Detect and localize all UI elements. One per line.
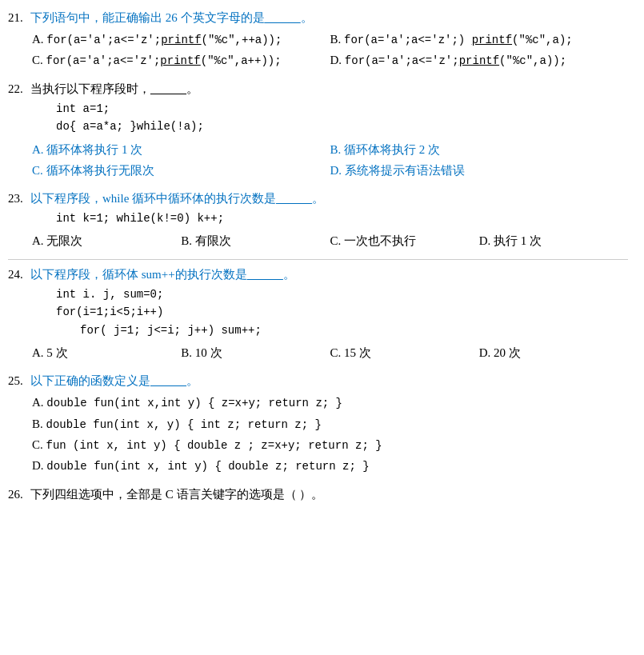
q21-optA: A. for(a='a';a<='z';printf("%c",++a)); bbox=[32, 29, 330, 50]
q21-optD: D. for(a='a';a<='z';printf("%c",a)); bbox=[330, 50, 629, 70]
q21-text: 下列语句中，能正确输出 26 个英文字母的是______。 bbox=[30, 8, 313, 27]
q23-optD: D. 执行 1 次 bbox=[479, 230, 628, 251]
q25-optD: D. double fun(int x, int y) { double z; … bbox=[32, 455, 628, 476]
q21-number: 21. bbox=[8, 8, 30, 27]
q24-optC: C. 15 次 bbox=[330, 342, 479, 363]
q21-blank: ______ bbox=[265, 8, 301, 27]
q23-blank: ______ bbox=[276, 189, 312, 208]
q22-number: 22. bbox=[8, 79, 30, 98]
q22-optD: D. 系统将提示有语法错误 bbox=[330, 160, 629, 181]
q23-optC: C. 一次也不执行 bbox=[330, 230, 479, 251]
q22-code: int a=1; do{ a=a*a; }while(!a); bbox=[56, 100, 628, 136]
q25-optC: C. fun (int x, int y) { double z ; z=x+y… bbox=[32, 434, 628, 455]
q23-optA: A. 无限次 bbox=[32, 230, 181, 251]
q21-optC: C. for(a='a';a<='z';printf("%c",a++)); bbox=[32, 50, 330, 70]
q24-blank: ______ bbox=[247, 265, 283, 284]
q23-text: 以下程序段，while 循环中循环体的执行次数是______。 bbox=[30, 189, 324, 208]
q25-text: 以下正确的函数定义是______。 bbox=[30, 371, 198, 390]
q24-optD: D. 20 次 bbox=[479, 342, 628, 363]
question-25: 25. 以下正确的函数定义是______。 A. double fun(int … bbox=[8, 371, 628, 477]
q24-optB: B. 10 次 bbox=[181, 342, 330, 363]
q24-text: 以下程序段，循环体 sum++的执行次数是______。 bbox=[30, 265, 295, 284]
q22-optA: A. 循环体将执行 1 次 bbox=[32, 139, 330, 160]
q24-number: 24. bbox=[8, 265, 30, 284]
q25-optB: B. double fun(int x, y) { int z; return … bbox=[32, 413, 628, 434]
question-23: 23. 以下程序段，while 循环中循环体的执行次数是______。 int … bbox=[8, 189, 628, 251]
q22-optB: B. 循环体将执行 2 次 bbox=[330, 139, 629, 160]
q22-optC: C. 循环体将执行无限次 bbox=[32, 160, 330, 181]
q22-blank: ______ bbox=[150, 79, 186, 98]
q22-text: 当执行以下程序段时，______。 bbox=[30, 79, 198, 98]
q25-blank: ______ bbox=[150, 371, 186, 390]
q21-optB: B. for(a='a';a<='z';) printf("%c",a); bbox=[330, 29, 629, 50]
question-21: 21. 下列语句中，能正确输出 26 个英文字母的是______。 A. for… bbox=[8, 8, 628, 71]
question-24: 24. 以下程序段，循环体 sum++的执行次数是______。 int i. … bbox=[8, 265, 628, 363]
q23-code: int k=1; while(k!=0) k++; bbox=[56, 210, 628, 227]
q26-text: 下列四组选项中，全部是 C 语言关键字的选项是（ ）。 bbox=[30, 485, 323, 504]
q23-optB: B. 有限次 bbox=[181, 230, 330, 251]
question-22: 22. 当执行以下程序段时，______。 int a=1; do{ a=a*a… bbox=[8, 79, 628, 181]
question-26: 26. 下列四组选项中，全部是 C 语言关键字的选项是（ ）。 bbox=[8, 485, 628, 504]
q23-number: 23. bbox=[8, 189, 30, 208]
q25-number: 25. bbox=[8, 371, 30, 390]
q24-optA: A. 5 次 bbox=[32, 342, 181, 363]
q26-number: 26. bbox=[8, 485, 30, 504]
q25-optA: A. double fun(int x,int y) { z=x+y; retu… bbox=[32, 392, 628, 413]
divider-23-24 bbox=[8, 259, 628, 260]
q24-code: int i. j, sum=0; for(i=1;i<5;i++) for( j… bbox=[56, 286, 628, 339]
